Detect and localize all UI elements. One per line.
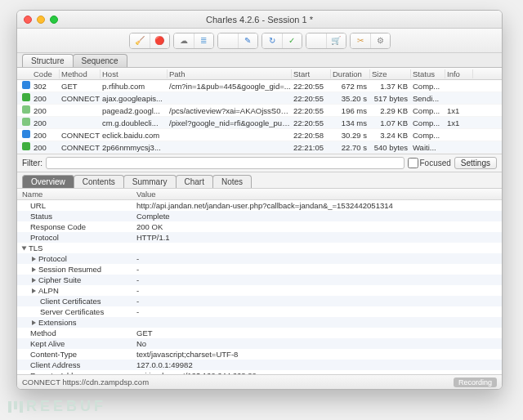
tab-notes[interactable]: Notes (212, 175, 252, 188)
toolbar: 🧹🔴☁︎≣✎↻✓🛒✂︎⚙︎ (17, 29, 502, 53)
tab-chart[interactable]: Chart (176, 175, 213, 188)
tab-contents[interactable]: Contents (74, 175, 124, 188)
tab-overview[interactable]: Overview (22, 175, 74, 188)
detail-row[interactable]: Client Certificates- (17, 296, 502, 306)
col-path[interactable]: Path (168, 69, 292, 78)
maximize-icon[interactable] (50, 16, 58, 24)
view-tabs: Structure Sequence (17, 53, 502, 68)
detail-row[interactable]: Protocol- (17, 253, 502, 264)
record-icon[interactable]: 🔴 (150, 34, 169, 48)
disclosure-icon[interactable] (32, 320, 36, 325)
detail-row[interactable]: StatusComplete (17, 211, 502, 221)
table-row[interactable]: 302GETp.rfihub.com/cm?in=1&pub=445&googl… (17, 80, 502, 92)
detail-row[interactable]: Content-Typetext/javascript;charset=UTF-… (17, 349, 502, 360)
col-status[interactable]: Status (411, 69, 445, 78)
gear-icon[interactable]: ⚙︎ (370, 34, 390, 48)
statusbar: CONNECT https://cdn.zampdsp.com Recordin… (17, 374, 502, 389)
refresh-icon[interactable]: ↻ (262, 34, 282, 48)
window-title: Charles 4.2.6 - Session 1 * (17, 15, 502, 25)
table-row[interactable]: 200cm.g.doublecli.../pixel?google_nid=rf… (17, 117, 502, 129)
blank-icon[interactable] (218, 34, 238, 48)
status-icon (22, 118, 30, 126)
tab-summary[interactable]: Summary (123, 175, 177, 188)
status-text: CONNECT https://cdn.zampdsp.com (22, 378, 149, 386)
tab-sequence[interactable]: Sequence (73, 54, 127, 67)
detail-col-value[interactable]: Value (132, 190, 502, 199)
table-row[interactable]: 200CONNECT2p66nmmycsj3...22:21:0522.70 s… (17, 141, 502, 154)
cloud-icon[interactable]: ☁︎ (174, 34, 194, 48)
disclosure-icon[interactable] (32, 278, 36, 283)
scissors-icon[interactable]: ✂︎ (351, 34, 370, 48)
table-header: Code Method Host Path Start Duration Siz… (17, 68, 502, 80)
disclosure-icon[interactable] (32, 267, 36, 272)
col-duration[interactable]: Duration (331, 69, 370, 78)
disclosure-icon[interactable] (32, 257, 36, 261)
filter-label: Filter: (22, 159, 42, 168)
status-icon (22, 93, 30, 101)
detail-row[interactable]: Server Certificates- (17, 306, 502, 317)
detail-row[interactable]: Cipher Suite- (17, 275, 502, 285)
disclosure-icon[interactable] (32, 288, 36, 293)
check-icon[interactable]: ✓ (282, 34, 302, 48)
col-method[interactable]: Method (60, 69, 101, 78)
focused-checkbox[interactable]: Focused (408, 158, 451, 168)
broom-icon[interactable]: 🧹 (130, 34, 150, 48)
recording-badge: Recording (454, 378, 497, 387)
status-icon (22, 130, 30, 138)
col-info[interactable]: Info (445, 69, 473, 78)
detail-row[interactable]: ALPN- (17, 285, 502, 296)
detail-row[interactable]: Session Resumed- (17, 264, 502, 275)
tab-structure[interactable]: Structure (22, 54, 74, 67)
detail-row[interactable]: ProtocolHTTP/1.1 (17, 232, 502, 243)
col-start[interactable]: Start (292, 69, 331, 78)
detail-row[interactable]: Extensions (17, 317, 502, 328)
filter-bar: Filter: Focused Settings (17, 154, 502, 172)
col-size[interactable]: Size (370, 69, 411, 78)
detail-row[interactable]: URLhttp://api.jandan.net/jandan-user.php… (17, 200, 502, 211)
settings-button[interactable]: Settings (454, 157, 497, 169)
request-table: Code Method Host Path Start Duration Siz… (17, 68, 502, 154)
detail-row[interactable]: MethodGET (17, 328, 502, 338)
table-row[interactable]: 200CONNECTeclick.baidu.com22:20:5830.29 … (17, 129, 502, 141)
table-row[interactable]: 200pagead2.googl.../pcs/activeview?xai=A… (17, 105, 502, 117)
watermark: REEBUF (8, 398, 106, 415)
filter-input[interactable] (46, 157, 405, 169)
disclosure-icon[interactable] (22, 246, 27, 250)
app-window: Charles 4.2.6 - Session 1 * 🧹🔴☁︎≣✎↻✓🛒✂︎⚙… (16, 10, 503, 390)
minimize-icon[interactable] (37, 16, 45, 24)
status-icon (22, 142, 30, 150)
detail-col-name[interactable]: Name (17, 190, 132, 199)
detail-row[interactable]: Kept AliveNo (17, 338, 502, 349)
titlebar: Charles 4.2.6 - Session 1 * (17, 11, 502, 29)
col-code[interactable]: Code (32, 69, 60, 78)
pencil-icon[interactable]: ✎ (238, 34, 257, 48)
cart-icon[interactable]: 🛒 (326, 34, 346, 48)
col-host[interactable]: Host (101, 69, 168, 78)
close-icon[interactable] (24, 16, 32, 24)
details-panel: Name Value URLhttp://api.jandan.net/jand… (17, 189, 502, 374)
detail-row[interactable]: TLS (17, 243, 502, 253)
blank-icon[interactable] (306, 34, 326, 48)
status-icon (22, 81, 30, 89)
detail-row[interactable]: Response Code200 OK (17, 221, 502, 232)
table-row[interactable]: 200CONNECTajax.googleapis...22:20:5535.2… (17, 92, 502, 105)
status-icon (22, 105, 30, 114)
detail-row[interactable]: Client Address127.0.0.1:49982 (17, 360, 502, 370)
list-icon[interactable]: ≣ (194, 34, 213, 48)
detail-tabs: Overview Contents Summary Chart Notes (17, 172, 502, 189)
